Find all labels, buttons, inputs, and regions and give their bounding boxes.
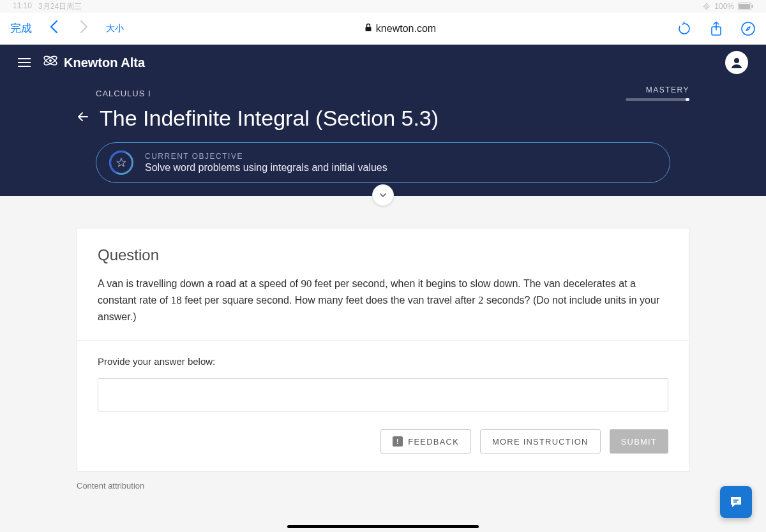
chat-button[interactable] [720,486,752,518]
mastery-label: MASTERY [626,85,689,94]
course-name: CALCULUS I [96,89,151,98]
forward-nav-icon [75,20,93,38]
svg-marker-13 [117,158,126,166]
status-time: 11:10 [13,1,32,12]
more-instruction-button[interactable]: MORE INSTRUCTION [480,429,601,454]
answer-prompt: Provide your answer below: [98,356,668,367]
menu-icon[interactable] [18,58,31,67]
text-size-button[interactable]: 大小 [106,23,124,34]
objective-label: CURRENT OBJECTIVE [145,152,387,161]
back-arrow-icon[interactable] [77,110,89,127]
brand-text: Knewton Alta [64,55,145,70]
button-row: ! FEEDBACK MORE INSTRUCTION SUBMIT [98,429,668,454]
svg-marker-7 [746,27,750,31]
question-heading: Question [98,246,668,264]
battery-icon [738,3,753,10]
svg-point-11 [734,58,739,63]
question-card: Question A van is travelling down a road… [77,228,689,472]
chat-icon [728,494,744,510]
svg-point-10 [49,59,52,62]
back-nav-icon[interactable] [45,20,63,38]
svg-rect-1 [739,4,750,9]
collapse-header-button[interactable] [372,184,394,206]
app-header: Knewton Alta CALCULUS I MASTERY The Inde… [0,45,766,196]
wifi-icon: 令 [703,1,710,12]
brand-logo[interactable]: Knewton Alta [42,52,145,73]
share-icon[interactable] [709,21,724,36]
mastery-indicator: MASTERY [626,85,689,101]
battery-text: 100% [714,2,734,11]
submit-button[interactable]: SUBMIT [610,429,668,454]
svg-rect-3 [365,27,371,31]
page-title: The Indefinite Integral (Section 5.3) [100,106,439,131]
divider [77,340,689,341]
done-button[interactable]: 完成 [10,21,32,36]
svg-point-6 [742,22,755,35]
url-bar[interactable]: knewton.com [137,23,664,34]
safari-toolbar: 完成 大小 knewton.com [0,13,766,45]
atom-icon [42,52,59,73]
reload-icon[interactable] [677,21,692,36]
svg-rect-2 [752,5,753,8]
objective-card: CURRENT OBJECTIVE Solve word problems us… [96,142,670,183]
content-area: Question A van is travelling down a road… [0,196,766,503]
question-body: A van is travelling down a road at a spe… [98,276,668,325]
url-text: knewton.com [376,23,436,34]
lock-icon [364,23,372,34]
user-avatar-icon[interactable] [725,51,748,74]
objective-text: Solve word problems using integrals and … [145,162,387,174]
home-indicator [287,525,479,528]
feedback-button[interactable]: ! FEEDBACK [380,429,471,454]
feedback-icon: ! [393,436,403,447]
compass-icon[interactable] [740,21,756,36]
answer-input[interactable] [98,378,668,411]
star-progress-icon [109,151,133,175]
ios-status-bar: 11:10 3月24日周三 令 100% [0,0,766,13]
content-attribution-link[interactable]: Content attribution [77,481,689,491]
mastery-bar [626,98,689,101]
status-date: 3月24日周三 [38,1,82,12]
